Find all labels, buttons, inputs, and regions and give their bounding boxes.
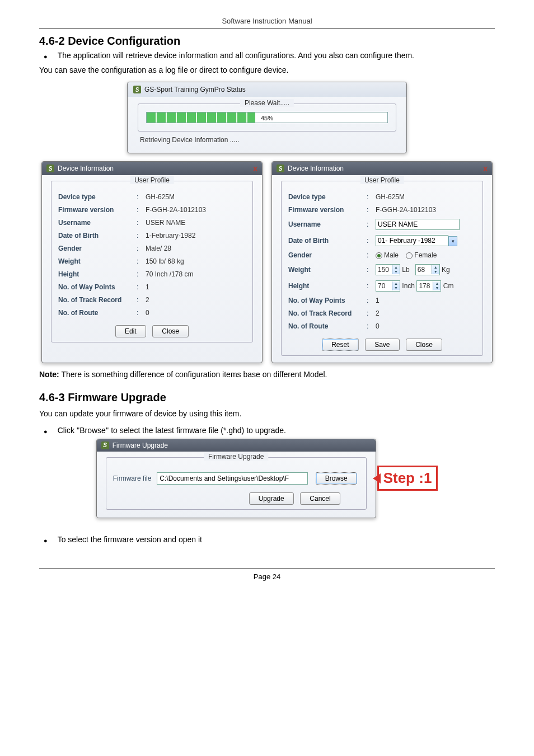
value-fw-version: F-GGH-2A-1012103 <box>146 206 246 214</box>
label-device-type: Device type <box>288 193 367 201</box>
progress-bar: 45% <box>146 112 388 123</box>
group-label: Firmware Upgrade <box>204 453 268 461</box>
bullet-icon: ● <box>44 535 48 546</box>
label-dob: Date of Birth <box>288 237 367 245</box>
progress-text: 45% <box>147 112 387 123</box>
dialog-title: Device Information <box>58 165 114 172</box>
label-gender: Gender <box>58 245 137 252</box>
edit-button[interactable]: Edit <box>115 325 146 337</box>
label-route: No. of Route <box>58 309 137 317</box>
label-waypoints: No. of Way Points <box>288 297 367 304</box>
group-label: User Profile <box>360 176 404 184</box>
bullet-line: ● Click ''Browse'' to select the latest … <box>39 426 495 437</box>
group-label: User Profile <box>130 176 174 184</box>
value-weight: 150 lb/ 68 kg <box>146 257 246 265</box>
value-waypoints: 1 <box>376 297 476 304</box>
bullet-text: Click ''Browse'' to select the latest fi… <box>58 426 286 435</box>
firmware-file-label: Firmware file <box>113 475 152 482</box>
note-text: There is something difference of configu… <box>59 370 327 379</box>
value-track: 2 <box>376 309 476 317</box>
firmware-upgrade-dialog: S Firmware Upgrade Firmware Upgrade Firm… <box>96 439 376 518</box>
status-titlebar: S GS-Sport Training GymPro Status <box>128 82 406 97</box>
label-weight: Weight <box>288 266 367 274</box>
value-device-type: GH-625M <box>146 193 246 201</box>
radio-male-label: Male <box>384 251 399 259</box>
radio-male[interactable] <box>376 252 382 259</box>
page-header: Software Instruction Manual <box>39 17 495 29</box>
close-icon[interactable]: x <box>483 164 488 173</box>
label-fw-version: Firmware version <box>58 206 137 214</box>
app-icon: S <box>133 86 141 93</box>
value-route: 0 <box>146 309 246 317</box>
firmware-file-input[interactable] <box>157 472 307 485</box>
label-gender: Gender <box>288 251 367 259</box>
section-heading-firmware: 4.6-3 Firmware Upgrade <box>39 391 495 404</box>
paragraph: You can save the configuration as a log … <box>39 64 495 76</box>
note-bold: Note: <box>39 370 59 379</box>
app-icon: S <box>46 165 54 172</box>
bullet-icon: ● <box>44 51 48 62</box>
dialog-title: Firmware Upgrade <box>113 442 168 449</box>
cancel-button[interactable]: Cancel <box>300 492 340 505</box>
paragraph: You can update your firmware of device b… <box>39 407 495 420</box>
label-username: Username <box>288 220 367 228</box>
unit-kg: Kg <box>442 266 450 274</box>
app-icon: S <box>277 165 284 172</box>
username-input[interactable] <box>376 219 460 230</box>
label-height: Height <box>288 282 367 290</box>
label-username: Username <box>58 219 137 227</box>
value-fw-version: F-GGH-2A-1012103 <box>376 206 476 214</box>
value-waypoints: 1 <box>146 283 246 291</box>
save-button[interactable]: Save <box>365 339 399 351</box>
close-button[interactable]: Close <box>152 325 189 337</box>
upgrade-button[interactable]: Upgrade <box>249 492 294 505</box>
label-height: Height <box>58 270 137 278</box>
status-footer: Retrieving Device Information ..... <box>138 132 396 145</box>
chevron-down-icon[interactable]: ▾ <box>448 236 457 246</box>
value-device-type: GH-625M <box>376 193 476 201</box>
value-track: 2 <box>146 296 246 304</box>
height-inch-spinner[interactable]: 70▲▼ <box>376 280 400 292</box>
close-button[interactable]: Close <box>406 339 442 351</box>
value-username: USER NAME <box>146 219 246 227</box>
device-info-dialog-readonly: S Device Information x User Profile Devi… <box>41 161 263 363</box>
label-weight: Weight <box>58 257 137 265</box>
label-route: No. of Route <box>288 322 367 330</box>
unit-inch: Inch <box>402 282 415 290</box>
bullet-line: ● The application will retrieve device i… <box>39 51 495 62</box>
unit-lb: Lb <box>402 266 409 274</box>
weight-kg-spinner[interactable]: 68▲▼ <box>415 264 440 275</box>
label-fw-version: Firmware version <box>288 206 367 214</box>
note-line: Note: There is something difference of c… <box>39 370 495 379</box>
bullet-line: ● To select the firmware version and ope… <box>39 535 495 546</box>
arrow-left-icon <box>373 473 381 483</box>
browse-button[interactable]: Browse <box>316 472 357 485</box>
value-dob: 1-February-1982 <box>146 232 246 240</box>
radio-female[interactable] <box>406 252 413 259</box>
device-info-dialog-editable: S Device Information x User Profile Devi… <box>271 161 493 363</box>
value-gender: Male/ 28 <box>146 245 246 252</box>
bullet-text: The application will retrieve device inf… <box>58 51 414 60</box>
label-track: No. of Track Record <box>288 309 367 317</box>
weight-lb-spinner[interactable]: 150▲▼ <box>376 264 400 275</box>
unit-cm: Cm <box>443 282 454 290</box>
label-device-type: Device type <box>58 193 137 201</box>
status-group-label: Please Wait..... <box>240 99 294 107</box>
height-cm-spinner[interactable]: 178▲▼ <box>416 280 441 292</box>
dob-input[interactable] <box>376 235 448 246</box>
radio-female-label: Female <box>414 251 437 259</box>
section-heading-device-config: 4.6-2 Device Configuration <box>39 35 495 48</box>
page-footer: Page 24 <box>39 569 495 581</box>
label-dob: Date of Birth <box>58 232 137 240</box>
bullet-text: To select the firmware version and open … <box>58 535 202 544</box>
app-icon: S <box>101 442 109 449</box>
status-title: GS-Sport Training GymPro Status <box>144 86 246 93</box>
label-waypoints: No. of Way Points <box>58 283 137 291</box>
bullet-icon: ● <box>44 426 48 437</box>
reset-button[interactable]: Reset <box>322 339 358 351</box>
value-route: 0 <box>376 322 476 330</box>
label-track: No. of Track Record <box>58 296 137 304</box>
status-dialog: S GS-Sport Training GymPro Status Please… <box>127 82 407 153</box>
close-icon[interactable]: x <box>253 164 257 173</box>
step-callout: Step :1 <box>377 466 438 491</box>
